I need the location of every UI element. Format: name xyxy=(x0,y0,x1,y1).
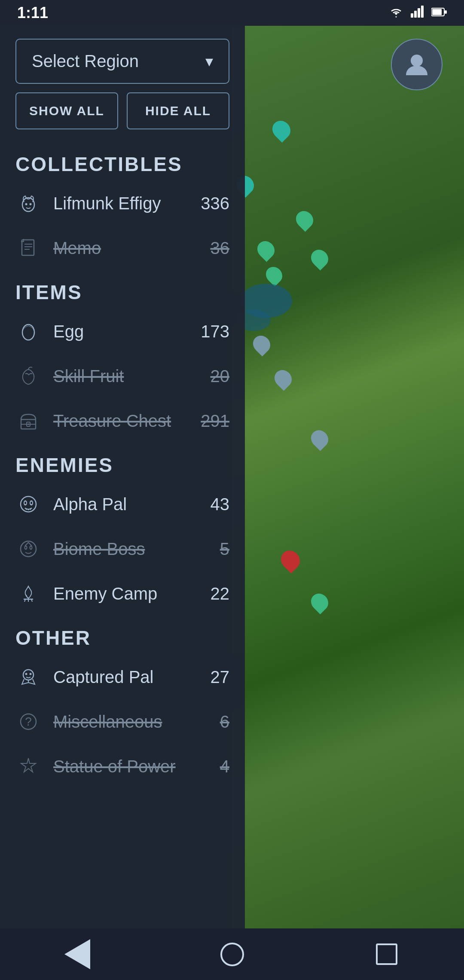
svg-rect-11 xyxy=(22,240,34,255)
svg-point-8 xyxy=(22,198,34,211)
list-item-memo[interactable]: Memo 36 xyxy=(0,226,245,270)
svg-text:?: ? xyxy=(25,715,32,728)
list-item-biome-boss[interactable]: Biome Boss 5 xyxy=(0,527,245,571)
statue-of-power-icon xyxy=(15,753,41,779)
captured-pal-label: Captured Pal xyxy=(53,668,204,687)
list-item-miscellaneous[interactable]: ? Miscellaneous 6 xyxy=(0,699,245,744)
skill-fruit-count: 20 xyxy=(204,367,229,386)
svg-point-31 xyxy=(25,547,27,549)
map-marker-1 xyxy=(269,117,294,142)
section-collectibles: COLLECTIBLES Lifmunk Effigy 336 xyxy=(0,142,245,270)
enemy-camp-label: Enemy Camp xyxy=(53,584,204,603)
biome-boss-count: 5 xyxy=(204,539,229,559)
map-background xyxy=(232,0,464,980)
svg-point-35 xyxy=(30,673,32,675)
wifi-icon xyxy=(388,6,404,21)
svg-point-23 xyxy=(24,502,26,504)
map-marker-6 xyxy=(263,263,286,287)
alpha-pal-label: Alpha Pal xyxy=(53,495,204,514)
map-marker-10 xyxy=(308,590,332,615)
svg-rect-1 xyxy=(414,11,417,18)
status-bar: 1:11 xyxy=(0,0,464,26)
treasure-chest-count: 291 xyxy=(201,411,229,431)
egg-icon xyxy=(15,318,41,344)
alpha-pal-count: 43 xyxy=(204,495,229,514)
section-other: OTHER Captured Pal 27 ? xyxy=(0,616,245,789)
signal-icon xyxy=(411,6,424,21)
biome-boss-label: Biome Boss xyxy=(53,539,204,559)
home-icon xyxy=(220,943,244,966)
skill-fruit-label: Skill Fruit xyxy=(53,367,204,386)
lifmunk-effigy-count: 336 xyxy=(201,194,229,213)
enemy-camp-count: 22 xyxy=(204,584,229,603)
statue-of-power-label: Statue of Power xyxy=(53,757,204,776)
region-dropdown[interactable]: Select Region ▾ xyxy=(15,39,229,84)
section-items: ITEMS Egg 173 Skill Fruit 20 xyxy=(0,270,245,443)
list-item-captured-pal[interactable]: Captured Pal 27 xyxy=(0,655,245,699)
list-item-alpha-pal[interactable]: Alpha Pal 43 xyxy=(0,482,245,527)
status-time: 1:11 xyxy=(17,4,48,22)
svg-point-28 xyxy=(21,541,36,557)
svg-point-19 xyxy=(27,423,29,425)
captured-pal-icon xyxy=(15,664,41,690)
svg-point-33 xyxy=(23,670,34,680)
section-heading-collectibles: COLLECTIBLES xyxy=(0,142,245,181)
section-enemies: ENEMIES Alpha Pal 43 xyxy=(0,443,245,616)
recent-button[interactable] xyxy=(369,937,404,971)
section-heading-enemies: ENEMIES xyxy=(0,443,245,482)
svg-point-15 xyxy=(22,325,34,340)
map-marker-3 xyxy=(293,208,317,232)
captured-pal-count: 27 xyxy=(204,668,229,687)
list-item-skill-fruit[interactable]: Skill Fruit 20 xyxy=(0,354,245,398)
map-marker-7 xyxy=(250,332,274,357)
alpha-pal-icon xyxy=(15,491,41,517)
back-icon xyxy=(64,939,90,969)
dropdown-label: Select Region xyxy=(32,52,139,71)
navigation-bar xyxy=(0,928,464,980)
miscellaneous-icon: ? xyxy=(15,709,41,735)
hide-all-button[interactable]: HIDE ALL xyxy=(127,92,229,129)
region-dropdown-container: Select Region ▾ xyxy=(15,39,229,84)
section-heading-other: OTHER xyxy=(0,616,245,655)
lifmunk-effigy-label: Lifmunk Effigy xyxy=(53,194,201,213)
svg-rect-6 xyxy=(445,10,447,14)
map-marker-9 xyxy=(308,427,332,451)
svg-point-34 xyxy=(25,673,27,675)
list-item-treasure-chest[interactable]: Treasure Chest 291 xyxy=(0,398,245,443)
svg-point-7 xyxy=(411,55,423,67)
egg-label: Egg xyxy=(53,322,201,341)
treasure-chest-label: Treasure Chest xyxy=(53,411,201,431)
list-item-statue-of-power[interactable]: Statue of Power 4 xyxy=(0,744,245,789)
miscellaneous-count: 6 xyxy=(204,712,229,732)
svg-point-9 xyxy=(25,203,27,205)
back-button[interactable] xyxy=(60,937,95,971)
svg-rect-2 xyxy=(418,8,420,18)
sidebar: Select Region ▾ SHOW ALL HIDE ALL COLLEC… xyxy=(0,0,245,980)
egg-count: 173 xyxy=(201,322,229,341)
memo-label: Memo xyxy=(53,239,204,258)
map-marker-8 xyxy=(271,367,296,391)
miscellaneous-label: Miscellaneous xyxy=(53,712,204,732)
battery-icon xyxy=(431,6,447,20)
list-item-lifmunk-effigy[interactable]: Lifmunk Effigy 336 xyxy=(0,181,245,226)
recent-icon xyxy=(376,943,397,965)
avatar-button[interactable] xyxy=(391,39,443,90)
map-marker-red xyxy=(277,547,304,573)
svg-rect-3 xyxy=(421,6,424,18)
statue-of-power-count: 4 xyxy=(204,757,229,776)
list-item-enemy-camp[interactable]: Enemy Camp 22 xyxy=(0,571,245,616)
enemy-camp-icon xyxy=(15,581,41,606)
action-buttons: SHOW ALL HIDE ALL xyxy=(15,92,229,129)
svg-point-24 xyxy=(31,502,32,504)
svg-point-32 xyxy=(31,547,32,549)
treasure-chest-icon xyxy=(15,408,41,434)
map-marker-5 xyxy=(308,246,332,271)
show-all-button[interactable]: SHOW ALL xyxy=(15,92,118,129)
list-item-egg[interactable]: Egg 173 xyxy=(0,309,245,354)
home-button[interactable] xyxy=(215,937,249,971)
memo-icon xyxy=(15,235,41,261)
chevron-down-icon: ▾ xyxy=(205,52,213,70)
map-marker-4 xyxy=(254,238,278,262)
svg-rect-5 xyxy=(432,9,442,15)
svg-point-10 xyxy=(30,203,32,205)
